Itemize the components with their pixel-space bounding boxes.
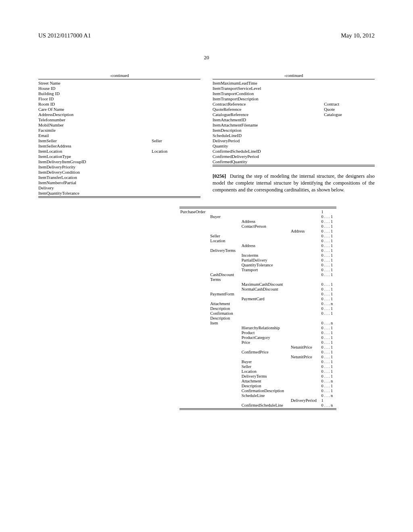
cell: 0 . . . 1 [320, 311, 336, 316]
cell: 0 . . . 1 [320, 340, 336, 345]
cell: MobilNumber [38, 122, 136, 127]
cell [209, 393, 240, 398]
cell: 0 . . . 1 [320, 272, 336, 277]
cell: Delivery [38, 185, 136, 190]
cell: 1 [320, 398, 336, 403]
cell [179, 233, 209, 238]
two-column-area: -continued Street NameHouse IDBuilding I… [38, 73, 375, 199]
cell: QuantityTolerance [241, 262, 290, 267]
rule [179, 408, 336, 409]
cell: DeliveryPeriod [290, 398, 321, 403]
cell [179, 262, 209, 267]
cell [308, 91, 375, 96]
cell: ItemMaximumLeadTime [213, 80, 308, 85]
cell: Quantity [213, 143, 308, 148]
rule [213, 166, 375, 166]
cell: 0 . . . 1 [320, 248, 336, 253]
cell [136, 96, 200, 101]
cell [241, 311, 290, 316]
cell [308, 159, 375, 164]
cell [179, 316, 209, 320]
cell: CashDiscount [209, 272, 240, 277]
cell: ConfirmedDeliveryPeriod [213, 154, 308, 159]
cell [209, 330, 240, 335]
cell: 0 . . . n [320, 403, 336, 407]
cell [290, 296, 321, 301]
cell: Description [209, 316, 240, 320]
cell [209, 378, 240, 383]
cell [290, 335, 321, 340]
cell: Address [241, 219, 290, 224]
cell [209, 374, 240, 378]
cell: Price [241, 340, 290, 345]
cell [179, 258, 209, 262]
left-table-title: -continued [38, 73, 200, 78]
cell: 0 . . . 1 [320, 267, 336, 272]
cell: Facsimile [38, 127, 136, 133]
cell [136, 159, 200, 164]
cell [179, 320, 209, 325]
cell: ContactPerson [241, 224, 290, 229]
cell [136, 80, 200, 85]
cell [209, 262, 240, 267]
cell: Attachment [241, 378, 290, 383]
cell: PaymentCard [241, 296, 290, 301]
right-column: -continued ItemMaximumLeadTimeItemTransp… [213, 73, 375, 199]
cell: 0 . . . 1 [320, 383, 336, 388]
cell [179, 354, 209, 359]
cell [179, 398, 209, 403]
cell: 0 . . . 1 [320, 258, 336, 262]
cell [290, 258, 321, 262]
cell [308, 133, 375, 138]
rule [179, 208, 336, 208]
cell: Location [241, 369, 290, 374]
rule [38, 197, 200, 198]
cell: Care Of Name [38, 106, 136, 112]
cell [179, 272, 209, 277]
cell [209, 219, 240, 224]
paragraph-0256: [0256] During the step of modeling the i… [213, 173, 375, 193]
cell: HierarchyRelationship [241, 325, 290, 330]
cell: Item [209, 320, 240, 325]
cell [179, 214, 209, 219]
cell [241, 229, 290, 233]
cell: 0 . . . n [320, 301, 336, 306]
cell: Address [290, 229, 321, 233]
cell [179, 248, 209, 253]
cell [241, 209, 290, 214]
cell: ItemTransportDescription [213, 96, 308, 101]
cell [308, 127, 375, 133]
cell: 0 . . . 1 [320, 224, 336, 229]
cell: Building ID [38, 91, 136, 96]
cell [290, 248, 321, 253]
cell [209, 335, 240, 340]
cell [179, 349, 209, 354]
cell [209, 243, 240, 248]
cell [290, 272, 321, 277]
cell: Product [241, 330, 290, 335]
page-header: US 2012/0117000 A1 May 10, 2012 [38, 32, 375, 39]
cell [308, 80, 375, 85]
cell [209, 267, 240, 272]
cell: Location [209, 238, 240, 243]
cell [179, 301, 209, 306]
cell: Location [136, 148, 200, 154]
cell [290, 393, 321, 398]
cell [136, 164, 200, 169]
cell [136, 112, 200, 117]
cell [290, 340, 321, 345]
cell: ItemLocationType [38, 154, 136, 159]
cell [136, 154, 200, 159]
cell: ScheduleLineID [213, 133, 308, 138]
cell: Incoterms [241, 253, 290, 258]
cell: ScheduleLine [241, 393, 290, 398]
cell: ConfirmedPrice [241, 349, 290, 354]
cell [241, 398, 290, 403]
cell [308, 138, 375, 143]
cell [290, 214, 321, 219]
rule [179, 207, 336, 207]
cell: ItemSeller [38, 138, 136, 143]
cell [308, 117, 375, 122]
cell: ItemQuantityTolerance [38, 190, 136, 195]
cell: House ID [38, 85, 136, 91]
